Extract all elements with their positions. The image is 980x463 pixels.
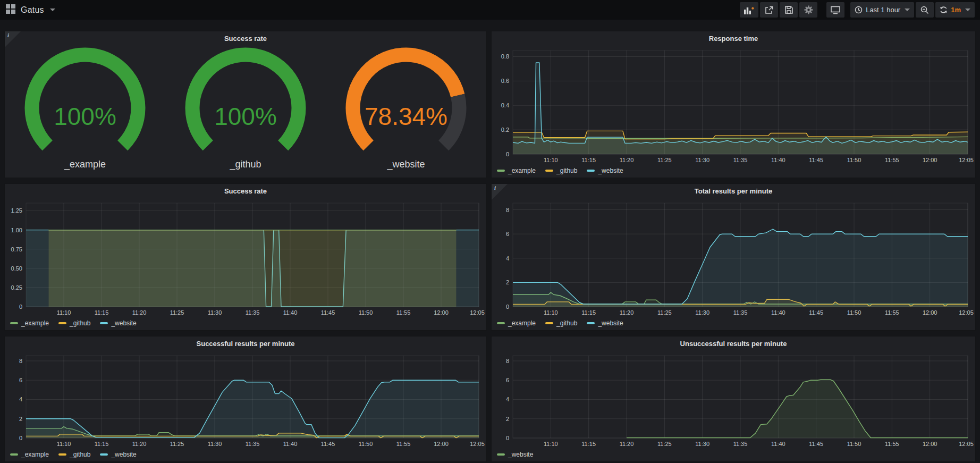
legend-dash-icon — [545, 322, 553, 324]
success-rate-chart[interactable]: 11:1011:1511:2011:2511:3011:3511:4011:45… — [5, 198, 486, 317]
gauge-label: _example — [64, 159, 106, 170]
refresh-picker[interactable]: 1m — [935, 2, 975, 18]
legend-label: _example — [508, 167, 536, 174]
legend-item-_example[interactable]: _example — [497, 167, 536, 174]
legend: _website — [497, 450, 533, 459]
panel-info-icon[interactable]: i — [5, 31, 21, 47]
legend-dash-icon — [10, 322, 18, 324]
panel-title[interactable]: Total results per minute — [492, 184, 975, 198]
svg-text:12:05: 12:05 — [470, 309, 485, 316]
legend-item-_website[interactable]: _website — [100, 319, 136, 327]
svg-text:11:55: 11:55 — [885, 157, 899, 163]
gauge-value: 100% — [54, 103, 116, 130]
legend-item-_github[interactable]: _github — [58, 451, 90, 458]
svg-text:11:45: 11:45 — [321, 441, 335, 447]
svg-text:11:55: 11:55 — [396, 441, 411, 447]
svg-text:11:10: 11:10 — [57, 441, 71, 447]
legend-item-_example[interactable]: _example — [497, 319, 536, 327]
legend-dash-icon — [100, 322, 108, 324]
legend: _example_github_website — [497, 318, 623, 328]
svg-text:11:10: 11:10 — [544, 309, 558, 316]
svg-text:11:50: 11:50 — [359, 309, 373, 316]
legend-item-_example[interactable]: _example — [10, 319, 49, 327]
svg-text:4: 4 — [506, 396, 509, 402]
gear-icon — [804, 5, 813, 14]
legend-label: _website — [111, 319, 136, 327]
clock-icon — [855, 6, 863, 14]
chevron-down-icon — [50, 9, 55, 11]
dashboard-settings-button[interactable] — [799, 2, 817, 18]
navbar: Gatus — [0, 0, 980, 20]
apps-grid-icon[interactable] — [5, 4, 16, 16]
legend-dash-icon — [58, 453, 66, 456]
legend-item-_github[interactable]: _github — [545, 319, 577, 327]
panel-response-time: Response time 11:1011:1511:2011:2511:301… — [491, 31, 976, 178]
total-results-chart[interactable]: 11:1011:1511:2011:2511:3011:3511:4011:45… — [492, 198, 975, 317]
svg-text:11:15: 11:15 — [95, 309, 109, 316]
save-dashboard-button[interactable] — [780, 2, 798, 18]
legend-item-_github[interactable]: _github — [545, 167, 577, 174]
panel-unsuccessful-results: Unsuccessful results per minute 11:1011:… — [491, 336, 976, 462]
panel-title[interactable]: Success rate — [5, 31, 486, 45]
svg-text:11:25: 11:25 — [657, 157, 672, 163]
time-range-label: Last 1 hour — [866, 6, 900, 14]
response-time-chart[interactable]: 11:1011:1511:2011:2511:3011:3511:4011:45… — [492, 45, 975, 165]
svg-text:11:25: 11:25 — [170, 309, 184, 316]
refresh-icon — [940, 6, 948, 14]
legend-item-_github[interactable]: _github — [58, 319, 90, 327]
successful-results-chart[interactable]: 11:1011:1511:2011:2511:3011:3511:4011:45… — [5, 350, 486, 449]
legend-label: _website — [598, 319, 623, 327]
svg-text:11:35: 11:35 — [246, 441, 260, 447]
panel-title[interactable]: Unsuccessful results per minute — [492, 336, 975, 350]
svg-text:11:35: 11:35 — [733, 441, 748, 447]
svg-text:8: 8 — [19, 358, 22, 364]
legend-item-_website[interactable]: _website — [587, 319, 623, 327]
bar-chart-plus-icon — [744, 6, 754, 14]
legend-dash-icon — [587, 322, 595, 324]
legend-label: _example — [21, 451, 49, 458]
monitor-icon — [831, 6, 840, 14]
svg-text:6: 6 — [506, 231, 509, 237]
legend-item-_example[interactable]: _example — [10, 451, 49, 458]
zoom-out-button[interactable] — [916, 2, 934, 18]
svg-text:11:15: 11:15 — [581, 441, 596, 447]
panel-success-rate-gauges: i Success rate 100%_example100%_github78… — [4, 31, 487, 178]
svg-text:11:40: 11:40 — [771, 309, 785, 316]
share-dashboard-button[interactable] — [760, 2, 778, 18]
svg-text:11:55: 11:55 — [885, 441, 899, 447]
svg-text:11:40: 11:40 — [771, 441, 785, 447]
legend-label: _website — [111, 451, 136, 458]
panel-title[interactable]: Response time — [492, 31, 975, 45]
svg-text:11:45: 11:45 — [321, 309, 335, 316]
dashboard-title[interactable]: Gatus — [21, 5, 44, 15]
legend-item-_website[interactable]: _website — [587, 167, 623, 174]
time-range-picker[interactable]: Last 1 hour — [850, 2, 914, 18]
legend-item-_website[interactable]: _website — [100, 451, 136, 458]
panel-title[interactable]: Successful results per minute — [5, 336, 486, 350]
svg-text:0.75: 0.75 — [11, 246, 22, 252]
unsuccessful-results-chart[interactable]: 11:1011:1511:2011:2511:3011:3511:4011:45… — [492, 350, 975, 449]
legend-label: _website — [508, 451, 533, 458]
svg-text:11:10: 11:10 — [544, 157, 558, 163]
info-icon: i — [494, 184, 496, 191]
legend-dash-icon — [100, 453, 108, 456]
legend: _example_github_website — [10, 318, 137, 328]
cycle-view-mode-button[interactable] — [826, 2, 844, 18]
svg-text:0: 0 — [506, 435, 509, 441]
panel-info-icon[interactable]: i — [492, 184, 508, 200]
legend-item-_website[interactable]: _website — [497, 451, 533, 458]
svg-text:11:25: 11:25 — [170, 441, 184, 447]
svg-text:11:15: 11:15 — [95, 441, 109, 447]
svg-text:6: 6 — [19, 377, 22, 383]
svg-text:11:45: 11:45 — [809, 441, 823, 447]
svg-text:12:00: 12:00 — [434, 441, 449, 447]
panel-title[interactable]: Success rate — [5, 184, 486, 198]
svg-text:11:20: 11:20 — [132, 441, 147, 447]
chevron-down-icon — [965, 9, 970, 11]
legend-dash-icon — [497, 170, 505, 172]
gauge-value: 78.34% — [365, 103, 447, 130]
svg-text:8: 8 — [506, 207, 509, 213]
legend-label: _example — [508, 319, 536, 327]
add-panel-button[interactable] — [740, 2, 758, 18]
svg-text:11:20: 11:20 — [132, 309, 147, 316]
